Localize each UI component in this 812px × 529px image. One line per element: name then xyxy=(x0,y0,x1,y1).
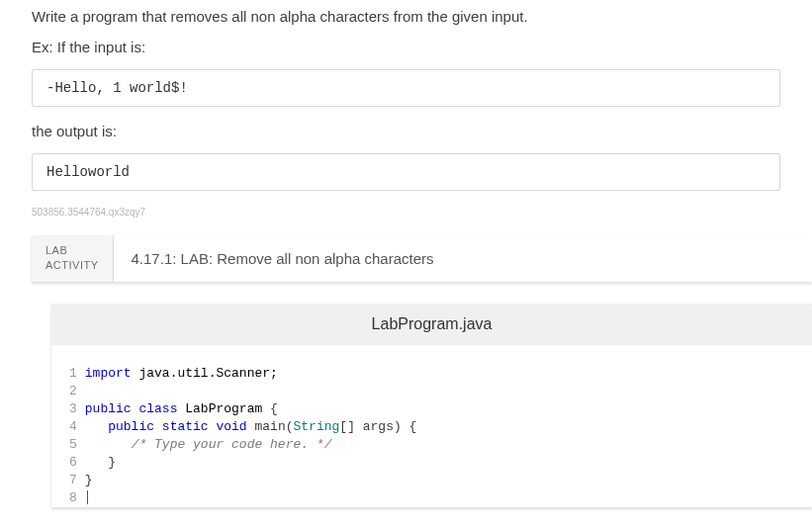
code-editor[interactable]: 1 2 3 4 5 6 7 8 import java.util.Scanner… xyxy=(51,345,812,507)
line-number: 1 xyxy=(69,365,77,383)
code-line[interactable] xyxy=(85,489,417,507)
output-intro: the output is: xyxy=(32,123,780,139)
problem-statement: Write a program that removes all non alp… xyxy=(32,8,780,25)
lab-header: LAB ACTIVITY 4.17.1: LAB: Remove all non… xyxy=(32,235,812,282)
line-number-gutter: 1 2 3 4 5 6 7 8 xyxy=(51,365,85,507)
line-number: 2 xyxy=(69,383,77,400)
line-number: 3 xyxy=(69,400,77,418)
filename-label: LabProgram.java xyxy=(51,304,812,345)
line-number: 7 xyxy=(69,472,77,489)
line-number: 4 xyxy=(69,418,77,436)
sample-input-block: -Hello, 1 world$! xyxy=(32,69,780,107)
lab-tab-line1: LAB xyxy=(45,243,99,258)
line-number: 5 xyxy=(69,436,77,454)
code-lines[interactable]: import java.util.Scanner; public class L… xyxy=(85,365,427,507)
sample-output-block: Helloworld xyxy=(32,153,780,191)
lab-title: 4.17.1: LAB: Remove all non alpha charac… xyxy=(114,235,812,282)
code-line[interactable]: public static void main(String[] args) { xyxy=(85,418,417,436)
example-intro: Ex: If the input is: xyxy=(32,39,780,55)
line-number: 8 xyxy=(69,489,77,507)
text-cursor-icon xyxy=(87,490,88,504)
code-editor-panel: LabProgram.java 1 2 3 4 5 6 7 8 import j… xyxy=(51,304,812,507)
lab-tab-line2: ACTIVITY xyxy=(45,258,99,273)
code-line[interactable]: public class LabProgram { xyxy=(85,400,417,418)
line-number: 6 xyxy=(69,454,77,472)
trace-id: 503856.3544764.qx3zqy7 xyxy=(32,207,780,218)
code-line[interactable]: } xyxy=(85,454,417,472)
code-line[interactable]: import java.util.Scanner; xyxy=(85,365,417,383)
lab-activity-tab[interactable]: LAB ACTIVITY xyxy=(32,235,114,282)
code-line[interactable] xyxy=(85,383,417,400)
code-line[interactable]: /* Type your code here. */ xyxy=(85,436,417,454)
code-line[interactable]: } xyxy=(85,472,417,489)
